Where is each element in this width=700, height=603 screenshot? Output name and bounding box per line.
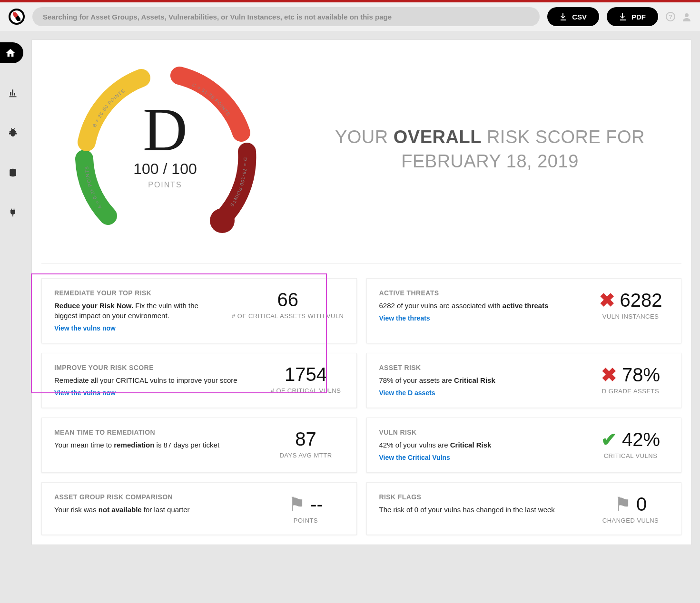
sidebar-item-analytics[interactable] [2,82,23,103]
download-icon [619,13,627,20]
flag-icon: ⚑ [614,494,631,515]
export-csv-button[interactable]: CSV [547,7,599,26]
hero-title-strong: OVERALL [394,127,482,147]
card-desc: Remediate all your CRITICAL vulns to imp… [54,375,258,385]
brand-logo[interactable] [9,9,25,25]
hero-date: FEBRUARY 18, 2019 [401,151,579,171]
hero-title: YOUR OVERALL RISK SCORE FOR FEBRUARY 18,… [303,125,677,174]
stat-value: ✖78% [592,364,669,386]
card-vuln-risk: VULN RISK 42% of your vulns are Critical… [366,418,682,473]
hero-title-prefix: YOUR [335,127,394,147]
x-icon: ✖ [599,290,615,311]
stat-label: # OF CRITICAL ASSETS WITH VULN [232,312,344,320]
stat-label: DAYS AVG MTTR [268,452,344,459]
card-desc: The risk of 0 of your vulns has changed … [379,505,583,515]
card-asset-risk: ASSET RISK 78% of your assets are Critic… [366,353,682,408]
stat-value: ⚑-- [268,493,344,515]
sidebar-item-bug[interactable] [2,122,23,143]
export-pdf-label: PDF [631,13,646,21]
risk-grade: D [133,94,197,165]
stat-label: CHANGED VULNS [592,517,669,524]
stat-value: ✖6282 [592,289,669,311]
card-title: MEAN TIME TO REMEDIATION [54,428,258,436]
user-icon[interactable] [682,12,691,21]
help-icon[interactable]: ? [666,12,675,21]
sidebar-item-plug[interactable] [2,202,23,223]
stat-value: 87 [268,428,344,450]
risk-gauge: A = 0-25 POINTS B = 26-50 POINTS C = 51-… [60,54,270,244]
view-vulns-link[interactable]: View the vulns now [54,324,116,332]
x-icon: ✖ [601,364,617,385]
stat-label: CRITICAL VULNS [592,452,669,459]
card-remediate-top-risk: REMEDIATE YOUR TOP RISK Reduce your Risk… [41,278,357,343]
svg-text:?: ? [669,13,672,20]
hero-title-suffix: RISK SCORE FOR [482,127,645,147]
risk-score-label: POINTS [133,181,197,189]
view-d-assets-link[interactable]: View the D assets [379,389,435,397]
flag-icon: ⚑ [288,494,306,515]
stat-value: ✔42% [592,428,669,450]
card-desc-lead: Reduce your Risk Now. [54,302,133,310]
risk-score: 100 / 100 [133,160,197,178]
stat-value: 66 [232,289,344,311]
hero-section: A = 0-25 POINTS B = 26-50 POINTS C = 51-… [41,40,681,264]
stat-label: POINTS [268,517,344,524]
card-mttr: MEAN TIME TO REMEDIATION Your mean time … [41,418,357,473]
card-active-threats: ACTIVE THREATS 6282 of your vulns are as… [366,278,682,343]
check-icon: ✔ [601,429,617,450]
svg-point-4 [210,208,235,233]
stat-value: ⚑0 [592,493,669,515]
card-title: RISK FLAGS [379,493,583,501]
card-desc: Your mean time to remediation is 87 days… [54,440,258,450]
stat-value: 1754 [268,364,344,385]
card-risk-flags: RISK FLAGS The risk of 0 of your vulns h… [366,482,682,535]
stat-label: # OF CRITICAL VULNS [268,387,344,394]
card-desc: Reduce your Risk Now. Fix the vuln with … [54,301,222,321]
view-vulns-link[interactable]: View the vulns now [54,389,116,397]
card-title: ASSET RISK [379,364,583,371]
card-desc: 78% of your assets are Critical Risk [379,375,583,385]
export-csv-label: CSV [572,13,587,21]
stat-label: D GRADE ASSETS [592,388,669,395]
svg-point-2 [685,13,689,17]
stat-label: VULN INSTANCES [592,313,669,320]
card-desc: Your risk was not available for last qua… [54,505,258,515]
card-improve-risk-score: IMPROVE YOUR RISK SCORE Remediate all yo… [41,353,357,408]
search-input[interactable] [32,7,540,26]
card-title: REMEDIATE YOUR TOP RISK [54,289,222,297]
card-title: VULN RISK [379,428,583,436]
card-title: IMPROVE YOUR RISK SCORE [54,364,258,371]
card-title: ASSET GROUP RISK COMPARISON [54,493,258,501]
view-threats-link[interactable]: View the threats [379,314,430,322]
card-desc: 6282 of your vulns are associated with a… [379,301,583,311]
sidebar-item-home[interactable] [0,42,23,63]
sidebar [0,31,26,545]
top-bar: CSV PDF ? [0,2,700,31]
sidebar-item-database[interactable] [2,162,23,183]
card-title: ACTIVE THREATS [379,289,583,297]
card-desc: 42% of your vulns are Critical Risk [379,440,583,450]
card-risk-comparison: ASSET GROUP RISK COMPARISON Your risk wa… [41,482,357,535]
download-icon [560,13,567,20]
export-pdf-button[interactable]: PDF [607,7,658,26]
main-panel: A = 0-25 POINTS B = 26-50 POINTS C = 51-… [31,39,691,545]
view-critical-vulns-link[interactable]: View the Critical Vulns [379,454,450,461]
